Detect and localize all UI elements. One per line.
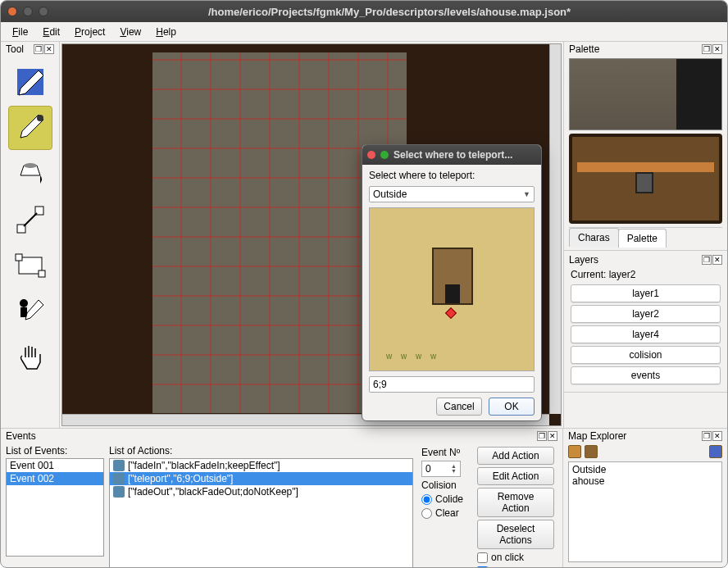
- map-explorer-title: Map Explorer: [568, 430, 626, 442]
- svg-point-5: [24, 163, 37, 168]
- svg-rect-10: [16, 254, 22, 261]
- teleport-coord-input[interactable]: 6;9: [369, 376, 535, 393]
- actions-listbox[interactable]: ["fadeIn","blackFadeIn;keepEffect"] ["te…: [109, 458, 413, 568]
- tool-bucket[interactable]: [8, 152, 52, 196]
- events-panel-title: Events: [6, 430, 36, 442]
- action-item[interactable]: ["fadeIn","blackFadeIn;keepEffect"]: [110, 459, 412, 472]
- dialog-max-icon[interactable]: [380, 151, 389, 159]
- layer-button-events[interactable]: events: [571, 366, 721, 384]
- window-close-button[interactable]: [7, 7, 17, 16]
- event-item[interactable]: Event 002: [7, 472, 103, 485]
- tool-pencil[interactable]: [8, 60, 52, 104]
- bottom-area: Events ❐ ✕ List of Events: Event 001 Eve…: [1, 428, 727, 567]
- tileset-preview[interactable]: [569, 58, 722, 130]
- action-icon: [113, 486, 125, 498]
- svg-marker-14: [25, 300, 43, 320]
- panel-close-icon[interactable]: ✕: [712, 431, 722, 441]
- tab-charas[interactable]: Charas: [569, 228, 619, 247]
- layer-button-colision[interactable]: colision: [571, 346, 721, 364]
- dialog-title: Select where to teleport...: [394, 149, 512, 161]
- remove-action-button[interactable]: Remove Action: [477, 488, 554, 517]
- layer-button-layer2[interactable]: layer2: [571, 305, 721, 323]
- map-tool-icon[interactable]: [585, 445, 598, 458]
- radio-clear[interactable]: [421, 508, 432, 519]
- event-no-label: Event Nº: [421, 447, 466, 458]
- panel-float-icon[interactable]: ❐: [702, 44, 712, 54]
- panel-float-icon[interactable]: ❐: [702, 431, 712, 441]
- minimap-marker-icon[interactable]: [445, 307, 457, 319]
- app-window: /home/erico/Projects/fgmk/My_Pro/descrip…: [0, 0, 728, 568]
- panel-float-icon[interactable]: ❐: [537, 431, 547, 441]
- colision-label: Colision: [421, 479, 466, 491]
- window-maximize-button[interactable]: [39, 7, 48, 16]
- chevron-down-icon: ▼: [523, 190, 530, 198]
- panel-close-icon[interactable]: ✕: [712, 255, 722, 265]
- tool-panel: Tool ❐ ✕: [1, 42, 60, 428]
- action-item[interactable]: ["fadeOut","blackFadeOut;doNotKeep"]: [110, 485, 412, 498]
- current-layer-label: Current: layer2: [564, 267, 727, 282]
- canvas-scrollbar-vertical[interactable]: [549, 44, 561, 414]
- action-item[interactable]: ["teleport","6;9;Outside"]: [110, 472, 412, 485]
- events-listbox[interactable]: Event 001 Event 002: [6, 458, 104, 557]
- dialog-cancel-button[interactable]: Cancel: [436, 398, 482, 416]
- map-list-item[interactable]: ahouse: [572, 475, 718, 487]
- menu-project[interactable]: Project: [68, 24, 111, 40]
- selected-tile-preview: [569, 134, 722, 224]
- list-of-actions-label: List of Actions:: [109, 445, 413, 457]
- add-action-button[interactable]: Add Action: [477, 447, 554, 465]
- svg-point-12: [20, 299, 28, 307]
- dialog-ok-button[interactable]: OK: [489, 398, 535, 416]
- tool-eyedropper[interactable]: [8, 106, 52, 150]
- teleport-minimap[interactable]: w w w w: [369, 207, 535, 371]
- map-tool-icon[interactable]: [709, 445, 722, 458]
- panel-float-icon[interactable]: ❐: [702, 255, 712, 265]
- svg-line-8: [24, 213, 37, 226]
- menu-help[interactable]: Help: [149, 24, 183, 40]
- layer-button-layer1[interactable]: layer1: [571, 284, 721, 302]
- list-of-events-label: List of Events:: [6, 445, 104, 457]
- tool-rectangle[interactable]: [8, 243, 52, 288]
- tool-chara-pencil[interactable]: [8, 289, 52, 334]
- layers-panel-title: Layers: [569, 254, 598, 266]
- panel-close-icon[interactable]: ✕: [44, 44, 54, 54]
- tool-pan[interactable]: [8, 335, 52, 379]
- titlebar: /home/erico/Projects/fgmk/My_Pro/descrip…: [1, 1, 727, 22]
- minimap-grass-icon: w w w w: [386, 352, 439, 361]
- window-minimize-button[interactable]: [23, 7, 33, 16]
- teleport-dialog: Select where to teleport... Select where…: [362, 144, 542, 421]
- tool-panel-title: Tool: [6, 43, 24, 55]
- teleport-map-select[interactable]: Outside ▼: [369, 186, 535, 202]
- deselect-actions-button[interactable]: Deselect Actions: [477, 520, 554, 549]
- layer-button-layer4[interactable]: layer4: [571, 325, 721, 343]
- dialog-prompt: Select where to teleport:: [369, 170, 535, 181]
- event-item[interactable]: Event 001: [7, 459, 103, 472]
- checkbox-onclick[interactable]: [477, 552, 488, 563]
- event-no-spinner[interactable]: 0 ▲▼: [421, 461, 461, 477]
- menubar: File Edit Project View Help: [1, 22, 727, 42]
- radio-colide[interactable]: [421, 494, 432, 505]
- menu-edit[interactable]: Edit: [36, 24, 66, 40]
- palette-panel-title: Palette: [569, 43, 599, 55]
- window-title: /home/erico/Projects/fgmk/My_Pro/descrip…: [58, 6, 721, 18]
- dialog-titlebar[interactable]: Select where to teleport...: [362, 145, 541, 165]
- action-icon: [113, 460, 125, 471]
- right-column: Palette ❐ ✕ Charas Palette Layers: [563, 42, 727, 428]
- menu-file[interactable]: File: [6, 24, 34, 40]
- minimap-house-icon: [432, 248, 473, 305]
- svg-rect-11: [39, 270, 45, 277]
- spinner-arrows-icon[interactable]: ▲▼: [451, 464, 457, 474]
- panel-close-icon[interactable]: ✕: [712, 44, 722, 54]
- map-explorer-list[interactable]: Outside ahouse: [568, 461, 722, 562]
- map-list-item[interactable]: Outside: [572, 464, 718, 475]
- map-explorer-panel: Map Explorer ❐ ✕ Outside ahouse: [563, 429, 727, 567]
- action-icon: [113, 473, 125, 484]
- panel-float-icon[interactable]: ❐: [34, 44, 43, 54]
- tab-palette[interactable]: Palette: [618, 229, 667, 248]
- tool-line[interactable]: [8, 198, 52, 242]
- panel-close-icon[interactable]: ✕: [548, 431, 557, 441]
- svg-point-3: [37, 115, 43, 121]
- menu-view[interactable]: View: [113, 24, 148, 40]
- dialog-close-icon[interactable]: [367, 151, 375, 159]
- map-tool-icon[interactable]: [568, 445, 581, 458]
- edit-action-button[interactable]: Edit Action: [477, 467, 554, 485]
